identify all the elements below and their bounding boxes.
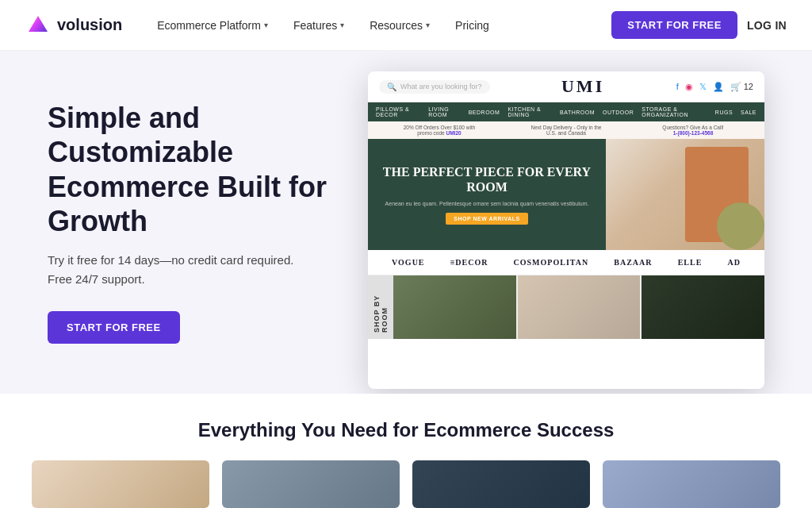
store-nav-storage: STORAGE & ORGANIZATION	[642, 106, 707, 117]
store-logo-decor: ≡DECOR	[450, 258, 488, 267]
chevron-down-icon: ▾	[264, 21, 268, 29]
store-hero-title: THE PERFECT PIECE FOR EVERY ROOM	[381, 164, 593, 194]
bottom-title: Everything You Need for Ecommerce Succes…	[198, 419, 615, 441]
store-nav-living: LIVING ROOM	[428, 106, 460, 117]
store-hero-cta-button[interactable]: SHOP NEW ARRIVALS	[446, 213, 527, 225]
facebook-icon: f	[676, 82, 679, 91]
hero-subtitle-line1: Try it free for 14 days—no credit card r…	[48, 253, 293, 267]
nav-pricing[interactable]: Pricing	[446, 13, 499, 38]
store-account-icon: 👤	[713, 82, 724, 92]
store-preview-frame: 🔍 What are you looking for? UMI f ◉ 𝕏 👤 …	[368, 71, 764, 389]
store-nav-sale: SALE	[741, 110, 756, 115]
store-logo-bazaar: BAZAAR	[614, 258, 652, 267]
main-nav: volusion Ecommerce Platform ▾ Features ▾…	[0, 0, 812, 51]
store-room-label: SHOP BY ROOM	[368, 275, 393, 339]
store-social-icons: f ◉ 𝕏 👤 🛒 12	[676, 82, 753, 92]
store-hero-subtitle: Aenean eu leo quam. Pellentesque ornare …	[381, 201, 593, 206]
nav-actions: START FOR FREE LOG IN	[611, 11, 787, 39]
chevron-down-icon: ▾	[340, 21, 344, 29]
store-cart-icon: 🛒 12	[730, 82, 753, 92]
store-logo-elle: ELLE	[678, 258, 703, 267]
hero-subtitle-line2: Free 24/7 support.	[48, 272, 145, 286]
store-banner-delivery: Next Day Delivery - Only in theU.S. and …	[503, 125, 630, 136]
twitter-icon: 𝕏	[699, 82, 707, 92]
store-banner-call: Questions? Give As a Call!1-(800)-123-45…	[630, 125, 756, 136]
hero-cta-button[interactable]: START FOR FREE	[48, 311, 180, 344]
chevron-down-icon: ▾	[426, 21, 430, 29]
logo-text: volusion	[57, 16, 122, 34]
store-shop-by-room: SHOP BY ROOM	[368, 275, 764, 339]
bottom-card-1	[32, 460, 209, 508]
bottom-card-4	[603, 460, 780, 508]
store-promo-banners: 20% Off Orders Over $100 withpromo code …	[368, 121, 764, 139]
store-logo-ad: AD	[727, 258, 740, 267]
store-topbar: 🔍 What are you looking for? UMI f ◉ 𝕏 👤 …	[368, 71, 764, 102]
svg-marker-0	[29, 16, 48, 32]
store-logo-vogue: VOGUE	[392, 258, 424, 267]
store-nav-bathroom: BATHROOM	[560, 110, 595, 115]
nav-ecommerce-platform[interactable]: Ecommerce Platform ▾	[147, 13, 278, 38]
store-nav-outdoor: OUTDOOR	[603, 110, 634, 115]
store-logo-cosmopolitan: COSMOPOLITAN	[514, 258, 589, 267]
instagram-icon: ◉	[685, 82, 693, 92]
store-screenshot-container: 🔍 What are you looking for? UMI f ◉ 𝕏 👤 …	[349, 51, 764, 394]
store-nav-rugs: RUGS	[715, 110, 733, 115]
bottom-cards-row	[0, 460, 812, 508]
store-room-images	[393, 275, 764, 339]
logo-link[interactable]: volusion	[25, 13, 122, 38]
volusion-logo-icon	[25, 13, 51, 38]
store-room-img-2	[518, 275, 641, 339]
store-hero-text-area: THE PERFECT PIECE FOR EVERY ROOM Aenean …	[368, 139, 606, 250]
nav-start-free-button[interactable]: START FOR FREE	[611, 11, 737, 39]
nav-login-button[interactable]: LOG IN	[747, 19, 787, 32]
bottom-card-2	[222, 460, 400, 508]
nav-features[interactable]: Features ▾	[284, 13, 354, 38]
store-hero-image	[606, 139, 764, 250]
store-hero-banner: THE PERFECT PIECE FOR EVERY ROOM Aenean …	[368, 139, 764, 250]
store-search-bar: 🔍 What are you looking for?	[379, 80, 490, 94]
store-search-icon: 🔍	[387, 83, 396, 91]
store-room-img-1	[393, 275, 516, 339]
store-nav-pillows: PILLOWS & DECOR	[376, 106, 420, 117]
store-nav-kitchen: KITCHEN & DINING	[508, 106, 552, 117]
nav-resources-label: Resources	[370, 19, 423, 32]
nav-ecommerce-platform-label: Ecommerce Platform	[157, 19, 261, 32]
store-room-img-3	[642, 275, 764, 339]
nav-links: Ecommerce Platform ▾ Features ▾ Resource…	[147, 13, 611, 38]
nav-resources[interactable]: Resources ▾	[360, 13, 439, 38]
store-nav-bedroom: BEDROOM	[469, 110, 500, 115]
hero-section: Simple and Customizable Ecommerce Built …	[0, 51, 812, 394]
store-press-logos: VOGUE ≡DECOR COSMOPOLITAN BAZAAR ELLE AD	[368, 250, 764, 275]
hero-title: Simple and Customizable Ecommerce Built …	[48, 101, 333, 238]
bottom-card-3	[412, 460, 590, 508]
store-category-nav: PILLOWS & DECOR LIVING ROOM BEDROOM KITC…	[368, 102, 764, 121]
nav-features-label: Features	[293, 19, 337, 32]
store-brand-name: UMI	[561, 76, 604, 97]
store-search-placeholder: What are you looking for?	[400, 83, 482, 90]
bottom-section: Everything You Need for Ecommerce Succes…	[0, 394, 812, 508]
hero-content: Simple and Customizable Ecommerce Built …	[48, 101, 349, 344]
store-banner-promo: 20% Off Orders Over $100 withpromo code …	[376, 125, 503, 136]
hero-subtitle: Try it free for 14 days—no credit card r…	[48, 251, 333, 289]
